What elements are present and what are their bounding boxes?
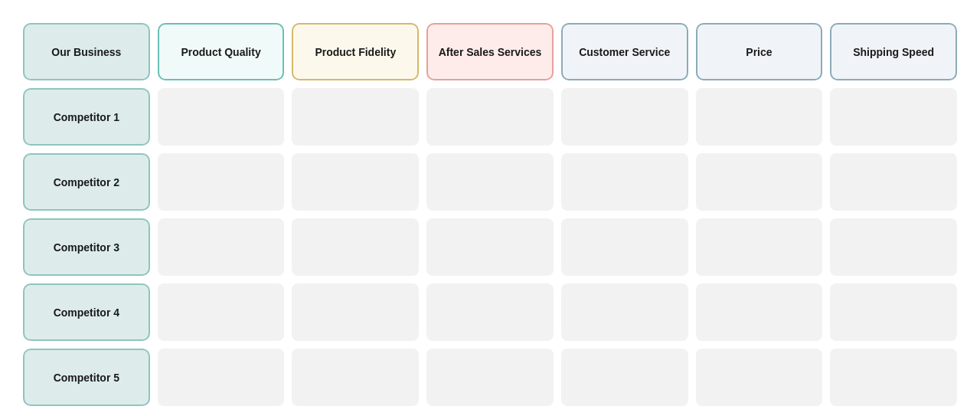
cell-row4-col1[interactable]	[158, 283, 285, 341]
row-label-5: Competitor 5	[23, 349, 150, 406]
cell-row1-col5[interactable]	[696, 88, 823, 146]
cell-row5-col2[interactable]	[292, 349, 419, 406]
row-label-2: Competitor 2	[23, 153, 150, 211]
row-label-1: Competitor 1	[23, 88, 150, 146]
cell-row4-col5[interactable]	[696, 283, 823, 341]
cell-row3-col5[interactable]	[696, 218, 823, 276]
cell-row3-col2[interactable]	[292, 218, 419, 276]
cell-row5-col5[interactable]	[696, 349, 823, 406]
cell-row2-col3[interactable]	[426, 153, 554, 211]
cell-row4-col2[interactable]	[292, 283, 419, 341]
cell-row2-col2[interactable]	[292, 153, 419, 211]
cell-row5-col1[interactable]	[158, 349, 285, 406]
cell-row2-col5[interactable]	[696, 153, 823, 211]
cell-row3-col6[interactable]	[830, 218, 957, 276]
cell-row3-col4[interactable]	[561, 218, 688, 276]
row-label-3: Competitor 3	[23, 218, 150, 276]
comparison-grid: Our BusinessProduct QualityProduct Fidel…	[15, 15, 965, 414]
header-price: Price	[696, 23, 823, 80]
cell-row4-col3[interactable]	[426, 283, 554, 341]
cell-row1-col3[interactable]	[426, 88, 554, 146]
cell-row5-col6[interactable]	[830, 349, 957, 406]
cell-row4-col6[interactable]	[830, 283, 957, 341]
cell-row5-col4[interactable]	[561, 349, 688, 406]
cell-row1-col6[interactable]	[830, 88, 957, 146]
header-customer-service: Customer Service	[561, 23, 688, 80]
cell-row3-col1[interactable]	[158, 218, 285, 276]
cell-row2-col1[interactable]	[158, 153, 285, 211]
cell-row2-col4[interactable]	[561, 153, 688, 211]
header-product-fidelity: Product Fidelity	[292, 23, 419, 80]
header-shipping-speed: Shipping Speed	[830, 23, 957, 80]
cell-row1-col1[interactable]	[158, 88, 285, 146]
header-our-business: Our Business	[23, 23, 150, 80]
cell-row1-col4[interactable]	[561, 88, 688, 146]
cell-row5-col3[interactable]	[426, 349, 554, 406]
cell-row3-col3[interactable]	[426, 218, 554, 276]
row-label-4: Competitor 4	[23, 283, 150, 341]
cell-row2-col6[interactable]	[830, 153, 957, 211]
cell-row1-col2[interactable]	[292, 88, 419, 146]
header-product-quality: Product Quality	[158, 23, 285, 80]
header-after-sales: After Sales Services	[426, 23, 554, 80]
cell-row4-col4[interactable]	[561, 283, 688, 341]
